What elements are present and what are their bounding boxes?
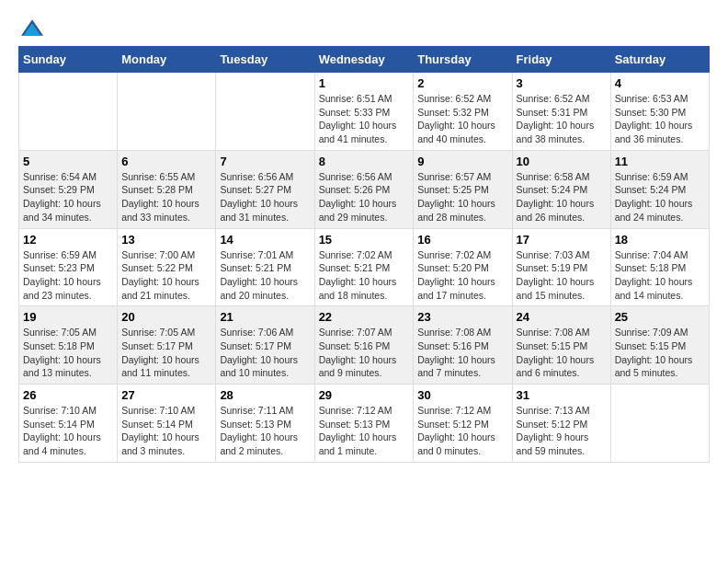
calendar-cell: 12Sunrise: 6:59 AMSunset: 5:23 PMDayligh… (19, 228, 118, 306)
day-number: 31 (517, 388, 607, 402)
week-row-2: 5Sunrise: 6:54 AMSunset: 5:29 PMDaylight… (19, 150, 710, 228)
week-row-1: 1Sunrise: 6:51 AMSunset: 5:33 PMDaylight… (19, 73, 710, 151)
calendar-cell: 14Sunrise: 7:01 AMSunset: 5:21 PMDayligh… (216, 228, 314, 306)
column-header-sunday: Sunday (19, 47, 118, 73)
calendar-cell: 16Sunrise: 7:02 AMSunset: 5:20 PMDayligh… (414, 228, 512, 306)
header-row: SundayMondayTuesdayWednesdayThursdayFrid… (19, 47, 710, 73)
calendar-cell: 26Sunrise: 7:10 AMSunset: 5:14 PMDayligh… (19, 385, 118, 463)
calendar-cell: 3Sunrise: 6:52 AMSunset: 5:31 PMDaylight… (512, 73, 610, 151)
calendar-cell: 18Sunrise: 7:04 AMSunset: 5:18 PMDayligh… (610, 228, 709, 306)
day-info: Sunrise: 6:53 AMSunset: 5:30 PMDaylight:… (615, 92, 705, 146)
day-number: 10 (517, 155, 607, 168)
day-number: 21 (220, 310, 310, 324)
calendar-cell: 29Sunrise: 7:12 AMSunset: 5:13 PMDayligh… (314, 385, 414, 463)
day-info: Sunrise: 7:07 AMSunset: 5:16 PMDaylight:… (319, 326, 410, 380)
day-number: 19 (23, 310, 113, 324)
day-info: Sunrise: 7:08 AMSunset: 5:16 PMDaylight:… (417, 326, 507, 380)
column-header-thursday: Thursday (414, 47, 512, 73)
day-info: Sunrise: 6:56 AMSunset: 5:27 PMDaylight:… (220, 170, 310, 224)
calendar-cell: 27Sunrise: 7:10 AMSunset: 5:14 PMDayligh… (118, 385, 216, 463)
week-row-3: 12Sunrise: 6:59 AMSunset: 5:23 PMDayligh… (19, 228, 710, 306)
week-row-4: 19Sunrise: 7:05 AMSunset: 5:18 PMDayligh… (19, 306, 710, 385)
day-info: Sunrise: 7:02 AMSunset: 5:20 PMDaylight:… (417, 248, 507, 303)
day-number: 9 (417, 155, 507, 168)
day-info: Sunrise: 7:09 AMSunset: 5:15 PMDaylight:… (615, 326, 705, 380)
day-number: 5 (23, 155, 113, 168)
day-info: Sunrise: 7:06 AMSunset: 5:17 PMDaylight:… (220, 326, 310, 380)
calendar-cell: 8Sunrise: 6:56 AMSunset: 5:26 PMDaylight… (314, 150, 414, 228)
calendar-cell: 30Sunrise: 7:12 AMSunset: 5:12 PMDayligh… (414, 385, 512, 463)
calendar-cell: 25Sunrise: 7:09 AMSunset: 5:15 PMDayligh… (610, 306, 709, 385)
day-info: Sunrise: 7:12 AMSunset: 5:13 PMDaylight:… (319, 404, 410, 458)
day-info: Sunrise: 7:13 AMSunset: 5:12 PMDaylight:… (517, 404, 607, 458)
calendar-cell: 13Sunrise: 7:00 AMSunset: 5:22 PMDayligh… (118, 228, 216, 306)
day-number: 11 (615, 155, 705, 168)
calendar-cell: 4Sunrise: 6:53 AMSunset: 5:30 PMDaylight… (610, 73, 709, 151)
logo-icon (18, 18, 46, 37)
day-info: Sunrise: 7:10 AMSunset: 5:14 PMDaylight:… (121, 404, 211, 458)
calendar-cell: 2Sunrise: 6:52 AMSunset: 5:32 PMDaylight… (414, 73, 512, 151)
calendar-cell: 19Sunrise: 7:05 AMSunset: 5:18 PMDayligh… (19, 306, 118, 385)
day-number: 23 (417, 310, 507, 324)
day-number: 12 (23, 233, 113, 247)
column-header-tuesday: Tuesday (216, 47, 314, 73)
column-header-friday: Friday (512, 47, 610, 73)
day-number: 26 (23, 388, 113, 402)
day-number: 22 (319, 310, 410, 324)
day-number: 14 (220, 233, 310, 247)
day-info: Sunrise: 7:08 AMSunset: 5:15 PMDaylight:… (517, 326, 607, 380)
day-info: Sunrise: 6:52 AMSunset: 5:32 PMDaylight:… (417, 92, 507, 146)
day-number: 24 (517, 310, 607, 324)
day-info: Sunrise: 6:57 AMSunset: 5:25 PMDaylight:… (417, 170, 507, 224)
day-info: Sunrise: 6:59 AMSunset: 5:24 PMDaylight:… (615, 170, 705, 224)
day-number: 17 (517, 233, 607, 247)
calendar-cell: 22Sunrise: 7:07 AMSunset: 5:16 PMDayligh… (314, 306, 414, 385)
calendar-cell: 31Sunrise: 7:13 AMSunset: 5:12 PMDayligh… (512, 385, 610, 463)
day-info: Sunrise: 6:51 AMSunset: 5:33 PMDaylight:… (319, 92, 410, 146)
day-info: Sunrise: 7:04 AMSunset: 5:18 PMDaylight:… (615, 248, 705, 303)
day-number: 18 (615, 233, 705, 247)
week-row-5: 26Sunrise: 7:10 AMSunset: 5:14 PMDayligh… (19, 385, 710, 463)
calendar-cell (216, 73, 314, 151)
day-number: 8 (319, 155, 410, 168)
day-number: 4 (615, 76, 705, 90)
calendar-cell: 17Sunrise: 7:03 AMSunset: 5:19 PMDayligh… (512, 228, 610, 306)
day-info: Sunrise: 7:11 AMSunset: 5:13 PMDaylight:… (220, 404, 310, 458)
day-number: 25 (615, 310, 705, 324)
calendar-cell: 6Sunrise: 6:55 AMSunset: 5:28 PMDaylight… (118, 150, 216, 228)
day-number: 2 (417, 76, 507, 90)
calendar-cell: 28Sunrise: 7:11 AMSunset: 5:13 PMDayligh… (216, 385, 314, 463)
day-info: Sunrise: 7:00 AMSunset: 5:22 PMDaylight:… (121, 248, 211, 303)
calendar-cell: 20Sunrise: 7:05 AMSunset: 5:17 PMDayligh… (118, 306, 216, 385)
calendar-cell: 15Sunrise: 7:02 AMSunset: 5:21 PMDayligh… (314, 228, 414, 306)
day-number: 6 (121, 155, 211, 168)
day-info: Sunrise: 6:59 AMSunset: 5:23 PMDaylight:… (23, 248, 113, 303)
column-header-wednesday: Wednesday (314, 47, 414, 73)
calendar-cell (610, 385, 709, 463)
day-info: Sunrise: 7:12 AMSunset: 5:12 PMDaylight:… (417, 404, 507, 458)
day-number: 16 (417, 233, 507, 247)
day-info: Sunrise: 7:05 AMSunset: 5:17 PMDaylight:… (121, 326, 211, 380)
day-number: 1 (319, 76, 410, 90)
day-info: Sunrise: 7:10 AMSunset: 5:14 PMDaylight:… (23, 404, 113, 458)
day-number: 28 (220, 388, 310, 402)
day-info: Sunrise: 6:58 AMSunset: 5:24 PMDaylight:… (517, 170, 607, 224)
day-number: 7 (220, 155, 310, 168)
day-number: 20 (121, 310, 211, 324)
calendar-cell: 11Sunrise: 6:59 AMSunset: 5:24 PMDayligh… (610, 150, 709, 228)
calendar-cell: 1Sunrise: 6:51 AMSunset: 5:33 PMDaylight… (314, 73, 414, 151)
calendar-cell: 21Sunrise: 7:06 AMSunset: 5:17 PMDayligh… (216, 306, 314, 385)
day-number: 15 (319, 233, 410, 247)
day-number: 30 (417, 388, 507, 402)
day-number: 13 (121, 233, 211, 247)
logo (18, 18, 50, 37)
calendar-cell (19, 73, 118, 151)
calendar-cell: 10Sunrise: 6:58 AMSunset: 5:24 PMDayligh… (512, 150, 610, 228)
day-info: Sunrise: 7:02 AMSunset: 5:21 PMDaylight:… (319, 248, 410, 303)
calendar-cell: 23Sunrise: 7:08 AMSunset: 5:16 PMDayligh… (414, 306, 512, 385)
day-info: Sunrise: 6:55 AMSunset: 5:28 PMDaylight:… (121, 170, 211, 224)
day-number: 3 (517, 76, 607, 90)
day-number: 29 (319, 388, 410, 402)
calendar-cell: 24Sunrise: 7:08 AMSunset: 5:15 PMDayligh… (512, 306, 610, 385)
day-number: 27 (121, 388, 211, 402)
